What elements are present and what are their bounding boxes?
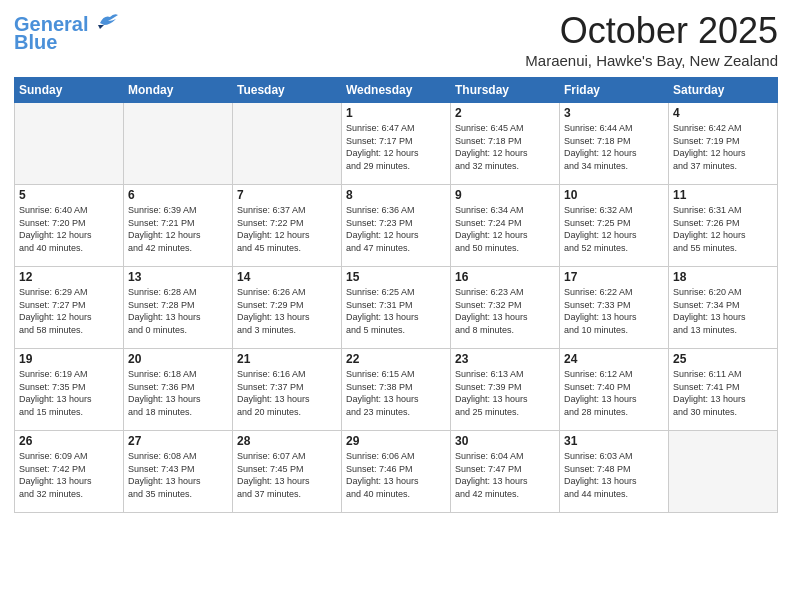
calendar-week-1: 5Sunrise: 6:40 AM Sunset: 7:20 PM Daylig… [15,185,778,267]
day-info: Sunrise: 6:11 AM Sunset: 7:41 PM Dayligh… [673,368,773,418]
day-number: 27 [128,434,228,448]
calendar-cell: 14Sunrise: 6:26 AM Sunset: 7:29 PM Dayli… [233,267,342,349]
calendar-table: Sunday Monday Tuesday Wednesday Thursday… [14,77,778,513]
day-info: Sunrise: 6:45 AM Sunset: 7:18 PM Dayligh… [455,122,555,172]
day-number: 3 [564,106,664,120]
day-number: 29 [346,434,446,448]
day-info: Sunrise: 6:09 AM Sunset: 7:42 PM Dayligh… [19,450,119,500]
col-wednesday: Wednesday [342,78,451,103]
calendar-cell: 30Sunrise: 6:04 AM Sunset: 7:47 PM Dayli… [451,431,560,513]
day-info: Sunrise: 6:36 AM Sunset: 7:23 PM Dayligh… [346,204,446,254]
day-number: 9 [455,188,555,202]
day-number: 1 [346,106,446,120]
logo: General Blue [14,14,120,52]
day-number: 8 [346,188,446,202]
calendar-cell: 20Sunrise: 6:18 AM Sunset: 7:36 PM Dayli… [124,349,233,431]
day-number: 19 [19,352,119,366]
day-info: Sunrise: 6:13 AM Sunset: 7:39 PM Dayligh… [455,368,555,418]
calendar-cell: 22Sunrise: 6:15 AM Sunset: 7:38 PM Dayli… [342,349,451,431]
day-info: Sunrise: 6:15 AM Sunset: 7:38 PM Dayligh… [346,368,446,418]
day-info: Sunrise: 6:26 AM Sunset: 7:29 PM Dayligh… [237,286,337,336]
calendar-cell: 4Sunrise: 6:42 AM Sunset: 7:19 PM Daylig… [669,103,778,185]
col-monday: Monday [124,78,233,103]
day-info: Sunrise: 6:04 AM Sunset: 7:47 PM Dayligh… [455,450,555,500]
calendar-cell: 31Sunrise: 6:03 AM Sunset: 7:48 PM Dayli… [560,431,669,513]
calendar-header-row: Sunday Monday Tuesday Wednesday Thursday… [15,78,778,103]
calendar-cell: 3Sunrise: 6:44 AM Sunset: 7:18 PM Daylig… [560,103,669,185]
calendar-cell: 8Sunrise: 6:36 AM Sunset: 7:23 PM Daylig… [342,185,451,267]
day-info: Sunrise: 6:34 AM Sunset: 7:24 PM Dayligh… [455,204,555,254]
calendar-cell: 23Sunrise: 6:13 AM Sunset: 7:39 PM Dayli… [451,349,560,431]
day-info: Sunrise: 6:20 AM Sunset: 7:34 PM Dayligh… [673,286,773,336]
calendar-cell: 24Sunrise: 6:12 AM Sunset: 7:40 PM Dayli… [560,349,669,431]
day-number: 24 [564,352,664,366]
day-info: Sunrise: 6:29 AM Sunset: 7:27 PM Dayligh… [19,286,119,336]
day-number: 30 [455,434,555,448]
day-info: Sunrise: 6:37 AM Sunset: 7:22 PM Dayligh… [237,204,337,254]
calendar-cell: 25Sunrise: 6:11 AM Sunset: 7:41 PM Dayli… [669,349,778,431]
day-info: Sunrise: 6:22 AM Sunset: 7:33 PM Dayligh… [564,286,664,336]
day-number: 16 [455,270,555,284]
day-info: Sunrise: 6:44 AM Sunset: 7:18 PM Dayligh… [564,122,664,172]
col-thursday: Thursday [451,78,560,103]
day-number: 13 [128,270,228,284]
day-info: Sunrise: 6:03 AM Sunset: 7:48 PM Dayligh… [564,450,664,500]
day-info: Sunrise: 6:12 AM Sunset: 7:40 PM Dayligh… [564,368,664,418]
day-number: 23 [455,352,555,366]
calendar-cell: 15Sunrise: 6:25 AM Sunset: 7:31 PM Dayli… [342,267,451,349]
day-number: 31 [564,434,664,448]
day-number: 7 [237,188,337,202]
col-sunday: Sunday [15,78,124,103]
day-number: 17 [564,270,664,284]
day-number: 21 [237,352,337,366]
location-subtitle: Maraenui, Hawke's Bay, New Zealand [525,52,778,69]
day-number: 5 [19,188,119,202]
day-info: Sunrise: 6:08 AM Sunset: 7:43 PM Dayligh… [128,450,228,500]
calendar-cell [233,103,342,185]
calendar-cell: 6Sunrise: 6:39 AM Sunset: 7:21 PM Daylig… [124,185,233,267]
day-number: 12 [19,270,119,284]
calendar-cell: 13Sunrise: 6:28 AM Sunset: 7:28 PM Dayli… [124,267,233,349]
month-title: October 2025 [525,10,778,52]
calendar-cell: 28Sunrise: 6:07 AM Sunset: 7:45 PM Dayli… [233,431,342,513]
day-info: Sunrise: 6:39 AM Sunset: 7:21 PM Dayligh… [128,204,228,254]
calendar-cell [15,103,124,185]
day-number: 25 [673,352,773,366]
calendar-cell: 9Sunrise: 6:34 AM Sunset: 7:24 PM Daylig… [451,185,560,267]
day-info: Sunrise: 6:19 AM Sunset: 7:35 PM Dayligh… [19,368,119,418]
calendar-cell: 18Sunrise: 6:20 AM Sunset: 7:34 PM Dayli… [669,267,778,349]
day-number: 14 [237,270,337,284]
calendar-cell: 27Sunrise: 6:08 AM Sunset: 7:43 PM Dayli… [124,431,233,513]
day-number: 15 [346,270,446,284]
calendar-cell: 5Sunrise: 6:40 AM Sunset: 7:20 PM Daylig… [15,185,124,267]
day-number: 20 [128,352,228,366]
day-info: Sunrise: 6:07 AM Sunset: 7:45 PM Dayligh… [237,450,337,500]
calendar-week-3: 19Sunrise: 6:19 AM Sunset: 7:35 PM Dayli… [15,349,778,431]
day-number: 18 [673,270,773,284]
logo-bird-icon [90,11,120,33]
day-number: 2 [455,106,555,120]
day-number: 28 [237,434,337,448]
calendar-cell: 17Sunrise: 6:22 AM Sunset: 7:33 PM Dayli… [560,267,669,349]
day-info: Sunrise: 6:42 AM Sunset: 7:19 PM Dayligh… [673,122,773,172]
col-tuesday: Tuesday [233,78,342,103]
day-number: 10 [564,188,664,202]
logo-blue: Blue [14,32,120,52]
calendar-cell: 21Sunrise: 6:16 AM Sunset: 7:37 PM Dayli… [233,349,342,431]
day-info: Sunrise: 6:47 AM Sunset: 7:17 PM Dayligh… [346,122,446,172]
day-number: 26 [19,434,119,448]
col-saturday: Saturday [669,78,778,103]
calendar-cell: 26Sunrise: 6:09 AM Sunset: 7:42 PM Dayli… [15,431,124,513]
day-number: 11 [673,188,773,202]
calendar-cell: 12Sunrise: 6:29 AM Sunset: 7:27 PM Dayli… [15,267,124,349]
day-info: Sunrise: 6:16 AM Sunset: 7:37 PM Dayligh… [237,368,337,418]
calendar-cell [669,431,778,513]
calendar-week-2: 12Sunrise: 6:29 AM Sunset: 7:27 PM Dayli… [15,267,778,349]
day-info: Sunrise: 6:18 AM Sunset: 7:36 PM Dayligh… [128,368,228,418]
calendar-cell: 7Sunrise: 6:37 AM Sunset: 7:22 PM Daylig… [233,185,342,267]
day-info: Sunrise: 6:31 AM Sunset: 7:26 PM Dayligh… [673,204,773,254]
calendar-cell: 1Sunrise: 6:47 AM Sunset: 7:17 PM Daylig… [342,103,451,185]
page-header: General Blue October 2025 Maraenui, Hawk… [14,10,778,69]
title-block: October 2025 Maraenui, Hawke's Bay, New … [525,10,778,69]
calendar-cell: 16Sunrise: 6:23 AM Sunset: 7:32 PM Dayli… [451,267,560,349]
